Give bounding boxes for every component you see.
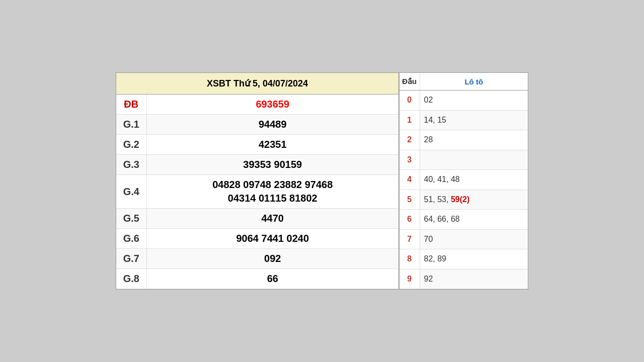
dau-cell: 6 bbox=[399, 210, 420, 230]
main-container: XSBT Thứ 5, 04/07/2024 ĐB693659G.194489G… bbox=[116, 72, 528, 290]
table-row: ĐB693659 bbox=[116, 95, 399, 115]
dau-cell: 7 bbox=[399, 229, 420, 249]
prize-label: ĐB bbox=[116, 95, 146, 115]
loto-cell bbox=[420, 150, 528, 170]
loto-special: 59(2) bbox=[451, 195, 469, 204]
loto-cell: 51, 53, 59(2) bbox=[420, 190, 528, 210]
table-row: G.242351 bbox=[116, 135, 399, 155]
prize-label: G.5 bbox=[116, 209, 146, 229]
loto-cell: 70 bbox=[420, 229, 528, 249]
loto-cell: 14, 15 bbox=[420, 110, 528, 130]
dau-cell: 0 bbox=[399, 90, 420, 111]
loto-table: Đầu Lô tô 002114, 152283440, 41, 48551, … bbox=[399, 73, 528, 289]
table-row: G.404828 09748 23882 9746804314 01115 81… bbox=[116, 175, 399, 209]
table-row: G.69064 7441 0240 bbox=[116, 229, 399, 249]
loto-cell: 28 bbox=[420, 130, 528, 150]
loto-header: Lô tô bbox=[420, 73, 528, 90]
loto-row: 440, 41, 48 bbox=[399, 170, 528, 190]
loto-cell: 64, 66, 68 bbox=[420, 210, 528, 230]
prize-values: 693659 bbox=[146, 95, 399, 115]
loto-cell: 40, 41, 48 bbox=[420, 170, 528, 190]
prize-label: G.2 bbox=[116, 135, 146, 155]
table-row: G.194489 bbox=[116, 115, 399, 135]
prize-label: G.6 bbox=[116, 229, 146, 249]
prize-label: G.4 bbox=[116, 175, 146, 209]
dau-cell: 4 bbox=[399, 170, 420, 190]
loto-cell: 92 bbox=[420, 269, 528, 289]
loto-row: 3 bbox=[399, 150, 528, 170]
loto-row: 664, 66, 68 bbox=[399, 210, 528, 230]
table-row: G.866 bbox=[116, 269, 399, 289]
dau-header: Đầu bbox=[399, 73, 420, 90]
loto-cell: 82, 89 bbox=[420, 249, 528, 269]
loto-row: 882, 89 bbox=[399, 249, 528, 269]
results-table: XSBT Thứ 5, 04/07/2024 ĐB693659G.194489G… bbox=[116, 73, 399, 289]
loto-row: 002 bbox=[399, 90, 528, 111]
prize-values: 94489 bbox=[146, 115, 399, 135]
prize-values: 9064 7441 0240 bbox=[146, 229, 399, 249]
prize-label: G.3 bbox=[116, 155, 146, 175]
prize-values: 04828 09748 23882 9746804314 01115 81802 bbox=[146, 175, 399, 209]
loto-row: 114, 15 bbox=[399, 110, 528, 130]
loto-row: 992 bbox=[399, 269, 528, 289]
prize-values: 66 bbox=[146, 269, 399, 289]
loto-row: 770 bbox=[399, 229, 528, 249]
prize-label: G.7 bbox=[116, 249, 146, 269]
table-header: XSBT Thứ 5, 04/07/2024 bbox=[116, 73, 399, 95]
prize-label: G.1 bbox=[116, 115, 146, 135]
prize-values: 42351 bbox=[146, 135, 399, 155]
prize-values: 39353 90159 bbox=[146, 155, 399, 175]
prize-label: G.8 bbox=[116, 269, 146, 289]
prize-values: 4470 bbox=[146, 209, 399, 229]
dau-cell: 5 bbox=[399, 190, 420, 210]
loto-row: 551, 53, 59(2) bbox=[399, 190, 528, 210]
dau-cell: 9 bbox=[399, 269, 420, 289]
dau-cell: 2 bbox=[399, 130, 420, 150]
loto-cell: 02 bbox=[420, 90, 528, 111]
table-row: G.339353 90159 bbox=[116, 155, 399, 175]
dau-cell: 8 bbox=[399, 249, 420, 269]
prize-values: 092 bbox=[146, 249, 399, 269]
table-row: G.7092 bbox=[116, 249, 399, 269]
loto-row: 228 bbox=[399, 130, 528, 150]
dau-cell: 3 bbox=[399, 150, 420, 170]
table-row: G.54470 bbox=[116, 209, 399, 229]
dau-cell: 1 bbox=[399, 110, 420, 130]
